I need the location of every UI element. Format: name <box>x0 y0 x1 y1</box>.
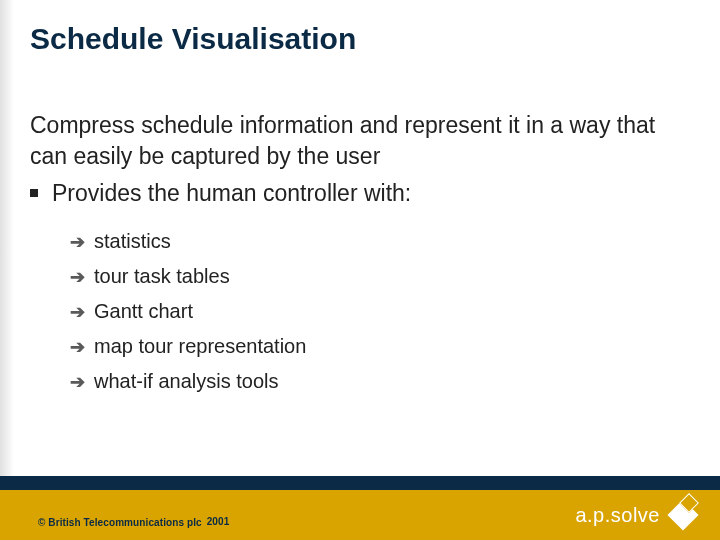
copyright-year: 2001 <box>207 516 230 527</box>
arrow-right-icon: ➔ <box>70 268 88 286</box>
logo: a.p.solve <box>575 498 700 532</box>
sub-item-text: tour task tables <box>94 261 230 292</box>
sub-bullet-list: ➔ statistics ➔ tour task tables ➔ Gantt … <box>70 226 680 401</box>
slide-title: Schedule Visualisation <box>30 22 356 56</box>
logo-diamond-icon <box>666 498 700 532</box>
sub-item-text: what-if analysis tools <box>94 366 279 397</box>
slide: Schedule Visualisation Compress schedule… <box>0 0 720 540</box>
list-item: ➔ statistics <box>70 226 680 257</box>
list-item: ➔ map tour representation <box>70 331 680 362</box>
arrow-right-icon: ➔ <box>70 303 88 321</box>
list-item: ➔ what-if analysis tools <box>70 366 680 397</box>
sub-item-text: map tour representation <box>94 331 306 362</box>
sub-item-text: Gantt chart <box>94 296 193 327</box>
list-item: ➔ Gantt chart <box>70 296 680 327</box>
arrow-right-icon: ➔ <box>70 233 88 251</box>
list-item: ➔ tour task tables <box>70 261 680 292</box>
footer-stripe-gold: © British Telecommunications plc 2001 a.… <box>0 490 720 540</box>
sub-item-text: statistics <box>94 226 171 257</box>
footer-stripe-dark <box>0 476 720 490</box>
square-bullet-icon <box>30 189 38 197</box>
copyright-text: © British Telecommunications plc 2001 <box>38 517 229 528</box>
footer: © British Telecommunications plc 2001 a.… <box>0 476 720 540</box>
left-gradient <box>0 0 14 540</box>
copyright-prefix: © British Telecommunications plc <box>38 517 202 528</box>
arrow-right-icon: ➔ <box>70 373 88 391</box>
intro-text: Compress schedule information and repres… <box>30 110 680 172</box>
arrow-right-icon: ➔ <box>70 338 88 356</box>
bullet-level1: Provides the human controller with: <box>30 178 680 209</box>
level1-text: Provides the human controller with: <box>52 180 411 206</box>
logo-text: a.p.solve <box>575 504 660 527</box>
